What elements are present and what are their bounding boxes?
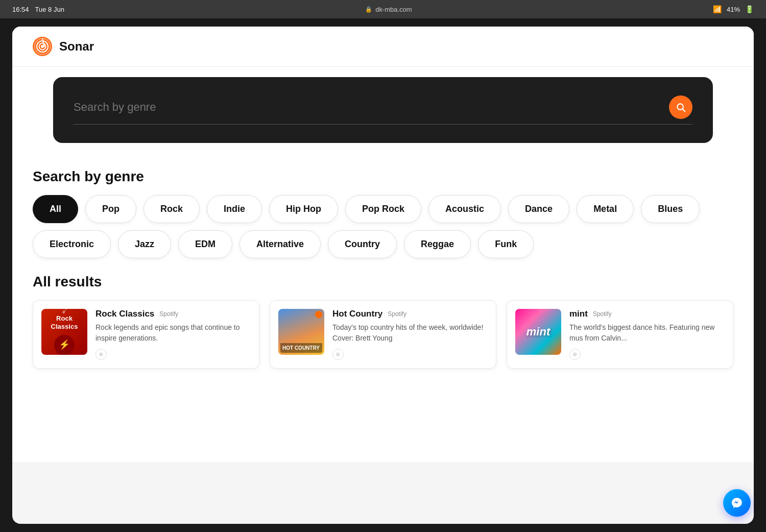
playlist-thumb: mint [515, 309, 561, 355]
genre-pill-electronic[interactable]: Electronic [33, 230, 111, 258]
playlist-description: Rock legends and epic songs that continu… [95, 322, 251, 344]
genre-pill-reggae[interactable]: Reggae [404, 230, 471, 258]
status-bar: 16:54 Tue 8 Jun 🔒 dk-mba.com 📶 41% 🔋 [0, 0, 766, 18]
playlist-info: mint Spotify The world's biggest dance h… [569, 309, 725, 360]
genre-pill-rock[interactable]: Rock [143, 195, 200, 223]
search-icon [676, 102, 686, 112]
playlist-bottom: ⊙ [332, 349, 488, 360]
playlist-description: The world's biggest dance hits. Featurin… [569, 322, 725, 344]
url-display: dk-mba.com [375, 6, 412, 13]
app-title: Sonar [59, 39, 94, 54]
genre-pill-all[interactable]: All [33, 195, 78, 223]
playlist-thumb-rock: 🎸 Rock Classics ⚡ [41, 309, 87, 355]
playlist-name-row: Rock Classics Spotify [95, 309, 251, 319]
search-hero [53, 77, 713, 143]
genre-pill-jazz[interactable]: Jazz [118, 230, 171, 258]
battery-icon: 🔋 [745, 5, 754, 13]
messenger-fab[interactable] [723, 489, 751, 517]
messenger-icon [730, 496, 744, 510]
genre-pill-alternative[interactable]: Alternative [240, 230, 321, 258]
genre-pill-blues[interactable]: Blues [641, 195, 700, 223]
genre-pill-hiphop[interactable]: Hip Hop [269, 195, 338, 223]
playlist-name: Rock Classics [95, 309, 154, 319]
playlist-name-row: mint Spotify [569, 309, 725, 319]
search-button[interactable] [669, 95, 692, 119]
content-area: Search by genre AllPopRockIndieHip HopPo… [12, 67, 754, 462]
status-center: 🔒 dk-mba.com [365, 6, 412, 13]
results-title: All results [33, 274, 733, 290]
status-right: 📶 41% 🔋 [713, 5, 754, 13]
playlist-source: Spotify [159, 310, 178, 318]
playlist-name-row: Hot Country Spotify [332, 309, 488, 319]
genre-section-title: Search by genre [33, 153, 733, 195]
genre-pill-metal[interactable]: Metal [577, 195, 634, 223]
app-header: Sonar [12, 27, 754, 67]
genre-pill-acoustic[interactable]: Acoustic [428, 195, 501, 223]
genre-pill-poprock[interactable]: Pop Rock [345, 195, 421, 223]
playlist-thumb: HOT COUNTRY [278, 309, 324, 355]
wifi-icon: 📶 [713, 5, 722, 13]
lock-icon: 🔒 [365, 6, 372, 13]
playlist-card-hot-country[interactable]: HOT COUNTRY Hot Country Spotify Today's … [270, 300, 496, 369]
playlist-info: Rock Classics Spotify Rock legends and e… [95, 309, 251, 360]
genre-pill-country[interactable]: Country [328, 230, 397, 258]
search-bar [74, 95, 692, 125]
svg-line-7 [683, 109, 685, 112]
playlist-description: Today's top country hits of the week, wo… [332, 322, 488, 344]
genre-pill-pop[interactable]: Pop [85, 195, 136, 223]
time-display: 16:54 [12, 6, 29, 13]
genre-pill-funk[interactable]: Funk [478, 230, 534, 258]
playlist-grid: 🎸 Rock Classics ⚡ Rock Classics Spotify … [33, 300, 733, 369]
playlist-bottom: ⊙ [569, 349, 725, 360]
status-left: 16:54 Tue 8 Jun [12, 6, 64, 13]
playlist-thumb-mint: mint [515, 309, 561, 355]
playlist-bottom: ⊙ [95, 349, 251, 360]
sonar-logo [33, 37, 52, 56]
genre-pill-edm[interactable]: EDM [178, 230, 232, 258]
playlist-name: mint [569, 309, 588, 319]
date-display: Tue 8 Jun [35, 6, 64, 13]
genre-pill-indie[interactable]: Indie [207, 195, 262, 223]
playlist-source: Spotify [388, 310, 406, 318]
results-section: All results 🎸 Rock Classics ⚡ Rock Class… [33, 269, 733, 369]
genre-grid: AllPopRockIndieHip HopPop RockAcousticDa… [33, 195, 733, 258]
playlist-thumb: 🎸 Rock Classics ⚡ [41, 309, 87, 355]
search-input[interactable] [74, 101, 669, 114]
spotify-icon: ⊙ [95, 349, 107, 360]
playlist-name: Hot Country [332, 309, 382, 319]
spotify-icon: ⊙ [569, 349, 581, 360]
playlist-info: Hot Country Spotify Today's top country … [332, 309, 488, 360]
genre-pill-dance[interactable]: Dance [508, 195, 569, 223]
playlist-card-rock-classics[interactable]: 🎸 Rock Classics ⚡ Rock Classics Spotify … [33, 300, 259, 369]
playlist-card-mint[interactable]: mint mint Spotify The world's biggest da… [507, 300, 733, 369]
playlist-source: Spotify [593, 310, 612, 318]
battery-display: 41% [727, 6, 740, 13]
spotify-icon: ⊙ [332, 349, 344, 360]
svg-point-1 [41, 45, 44, 48]
playlist-thumb-country: HOT COUNTRY [278, 309, 324, 355]
main-container: Sonar Search by genre AllPopRockIndieHip… [12, 27, 754, 524]
